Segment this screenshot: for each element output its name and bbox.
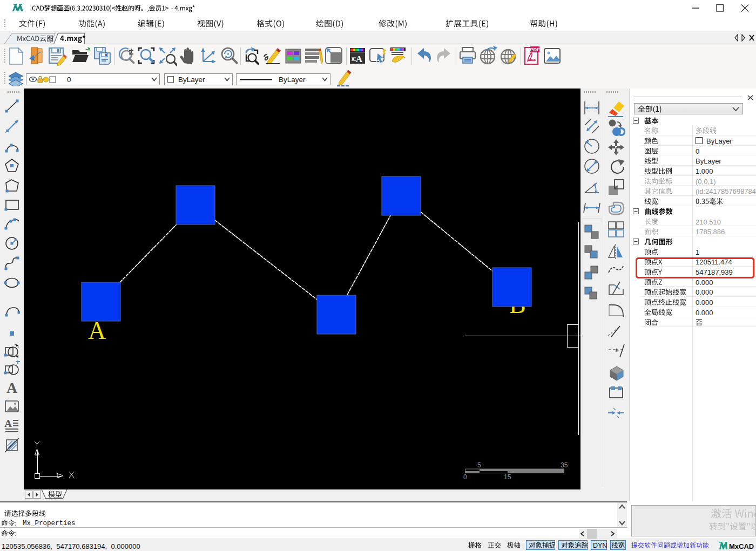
svg-text:A: A bbox=[4, 418, 12, 429]
svg-text:PDF: PDF bbox=[530, 47, 541, 52]
svg-text:A: A bbox=[356, 54, 363, 64]
svg-text:A: A bbox=[6, 379, 18, 396]
